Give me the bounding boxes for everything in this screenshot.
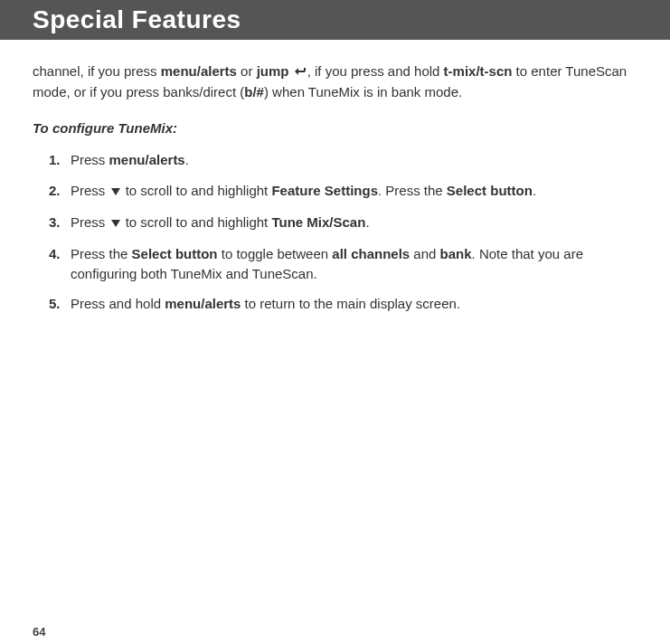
intro-bold: b/# (244, 84, 264, 99)
list-item: 3. Press to scroll to and highlight Tune… (52, 213, 637, 233)
step-text: to toggle between (218, 246, 333, 261)
step-text: Press (71, 214, 109, 230)
intro-text: or (237, 63, 257, 79)
list-item: 4. Press the Select button to toggle bet… (52, 244, 637, 284)
intro-text: channel, if you press (33, 63, 161, 79)
intro-text: ) when TuneMix is in bank mode. (264, 84, 462, 99)
page-number: 64 (33, 625, 45, 639)
step-text: . Press the (378, 183, 447, 198)
step-bold: menu/alerts (109, 152, 185, 167)
intro-text: , if you press and hold (307, 63, 444, 79)
intro-paragraph: channel, if you press menu/alerts or jum… (33, 62, 637, 102)
step-number: 1. (49, 150, 61, 170)
step-text: to scroll to and highlight (122, 214, 272, 230)
intro-bold: jump (257, 63, 289, 79)
step-text: . (185, 152, 189, 167)
intro-bold: t-mix/t-scn (444, 63, 513, 79)
down-arrow-icon (110, 213, 121, 233)
step-bold: Select button (447, 183, 533, 198)
configure-heading: To configure TuneMix: (33, 118, 637, 138)
step-number: 4. (49, 244, 61, 264)
step-bold: bank (440, 246, 472, 261)
step-text: Press (71, 183, 109, 198)
list-item: 1. Press menu/alerts. (52, 150, 637, 170)
list-item: 5. Press and hold menu/alerts to return … (52, 294, 637, 314)
intro-bold: menu/alerts (161, 63, 237, 79)
return-arrow-icon (294, 62, 307, 82)
step-text: Press and hold (71, 296, 165, 311)
step-text: Press the (71, 246, 132, 261)
step-bold: menu/alerts (165, 296, 241, 311)
page-title: Special Features (33, 5, 637, 34)
steps-list: 1. Press menu/alerts. 2. Press to scroll… (33, 150, 637, 314)
content-area: channel, if you press menu/alerts or jum… (0, 40, 670, 314)
step-text: and (410, 246, 439, 261)
step-text: . (533, 183, 536, 198)
down-arrow-icon (110, 182, 121, 202)
step-text: to return to the main display screen. (241, 296, 460, 311)
step-text: Press (71, 152, 109, 167)
step-bold: Tune Mix/Scan (271, 214, 365, 230)
step-text: . (365, 214, 369, 230)
step-text: to scroll to and highlight (122, 183, 272, 198)
step-number: 5. (49, 294, 61, 314)
step-number: 3. (49, 213, 61, 232)
list-item: 2. Press to scroll to and highlight Feat… (52, 181, 637, 202)
step-bold: Feature Settings (271, 183, 378, 198)
step-bold: all channels (332, 246, 410, 261)
step-number: 2. (49, 181, 61, 201)
page-header: Special Features (0, 0, 670, 40)
step-bold: Select button (132, 246, 218, 261)
